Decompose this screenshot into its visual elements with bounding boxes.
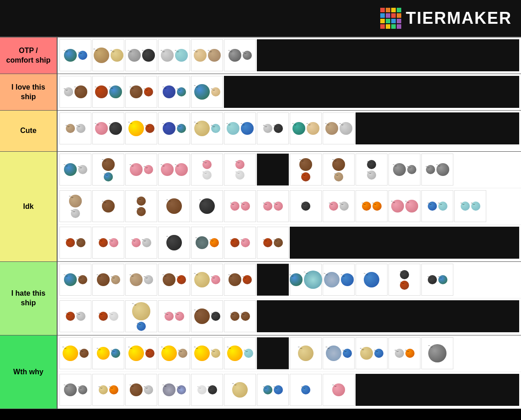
item[interactable] bbox=[59, 190, 91, 222]
item[interactable] bbox=[323, 190, 355, 222]
item[interactable] bbox=[257, 190, 289, 222]
item[interactable] bbox=[191, 374, 223, 406]
item[interactable] bbox=[224, 112, 256, 144]
item[interactable] bbox=[257, 227, 289, 259]
item[interactable] bbox=[224, 264, 256, 296]
item[interactable] bbox=[257, 374, 289, 406]
item[interactable] bbox=[59, 76, 91, 108]
item[interactable] bbox=[92, 300, 124, 332]
item[interactable] bbox=[158, 190, 190, 222]
item[interactable] bbox=[125, 190, 157, 222]
logo-grid bbox=[380, 8, 401, 29]
item[interactable] bbox=[125, 76, 157, 108]
item[interactable] bbox=[191, 39, 223, 71]
item[interactable] bbox=[125, 374, 157, 406]
item[interactable] bbox=[323, 264, 355, 296]
item[interactable] bbox=[59, 112, 91, 144]
logo-color-cell bbox=[397, 19, 401, 23]
tier-sub-row bbox=[58, 298, 521, 335]
item[interactable] bbox=[191, 300, 223, 332]
item[interactable] bbox=[158, 39, 190, 71]
item[interactable] bbox=[323, 112, 355, 144]
item[interactable] bbox=[125, 154, 157, 186]
item[interactable] bbox=[125, 337, 157, 369]
item[interactable] bbox=[92, 112, 124, 144]
item[interactable] bbox=[191, 264, 223, 296]
item[interactable] bbox=[224, 374, 256, 406]
tier-row-love: I love thisship bbox=[0, 74, 521, 111]
item[interactable] bbox=[224, 154, 256, 186]
item[interactable] bbox=[92, 227, 124, 259]
item[interactable] bbox=[92, 154, 124, 186]
item[interactable] bbox=[125, 39, 157, 71]
tier-sub-row bbox=[58, 372, 521, 409]
item[interactable] bbox=[59, 39, 91, 71]
item[interactable] bbox=[158, 112, 190, 144]
logo-color-cell bbox=[380, 8, 385, 12]
item[interactable] bbox=[356, 190, 388, 222]
item[interactable] bbox=[224, 337, 256, 369]
item[interactable] bbox=[59, 374, 91, 406]
item[interactable] bbox=[59, 154, 91, 186]
item[interactable] bbox=[421, 264, 453, 296]
item[interactable] bbox=[191, 337, 223, 369]
item[interactable] bbox=[388, 154, 420, 186]
tier-rows-idk bbox=[58, 152, 521, 261]
item[interactable] bbox=[125, 227, 157, 259]
item[interactable] bbox=[323, 374, 355, 406]
item[interactable] bbox=[290, 190, 322, 222]
item[interactable] bbox=[158, 300, 190, 332]
item[interactable] bbox=[421, 190, 453, 222]
item[interactable] bbox=[92, 337, 124, 369]
item[interactable] bbox=[388, 264, 420, 296]
item[interactable] bbox=[290, 112, 322, 144]
item[interactable] bbox=[224, 300, 256, 332]
item[interactable] bbox=[191, 190, 223, 222]
item[interactable] bbox=[356, 264, 388, 296]
item[interactable] bbox=[92, 190, 124, 222]
item[interactable] bbox=[290, 154, 322, 186]
item[interactable] bbox=[92, 264, 124, 296]
item[interactable] bbox=[59, 227, 91, 259]
item[interactable] bbox=[158, 374, 190, 406]
tier-row-idk: Idk bbox=[0, 152, 521, 262]
tier-sub-row bbox=[58, 262, 521, 298]
item[interactable] bbox=[224, 39, 256, 71]
item[interactable] bbox=[356, 154, 388, 186]
item[interactable] bbox=[158, 154, 190, 186]
item[interactable] bbox=[290, 264, 322, 296]
item[interactable] bbox=[224, 227, 256, 259]
item[interactable] bbox=[92, 374, 124, 406]
tier-rows-wth bbox=[58, 335, 521, 409]
item[interactable] bbox=[290, 337, 322, 369]
item[interactable] bbox=[92, 39, 124, 71]
item[interactable] bbox=[257, 112, 289, 144]
item[interactable] bbox=[158, 337, 190, 369]
item[interactable] bbox=[454, 190, 486, 222]
item[interactable] bbox=[59, 264, 91, 296]
item[interactable] bbox=[92, 76, 124, 108]
item[interactable] bbox=[125, 300, 157, 332]
item[interactable] bbox=[323, 154, 355, 186]
tier-label-otp: OTP /comfort ship bbox=[0, 37, 58, 74]
item[interactable] bbox=[191, 227, 223, 259]
tier-row-wth: Wth why bbox=[0, 335, 521, 409]
item[interactable] bbox=[421, 337, 453, 369]
item[interactable] bbox=[191, 154, 223, 186]
item[interactable] bbox=[290, 374, 322, 406]
item[interactable] bbox=[421, 154, 453, 186]
item[interactable] bbox=[191, 112, 223, 144]
item[interactable] bbox=[125, 264, 157, 296]
item[interactable] bbox=[224, 190, 256, 222]
item[interactable] bbox=[388, 190, 420, 222]
item[interactable] bbox=[59, 300, 91, 332]
item[interactable] bbox=[158, 264, 190, 296]
item[interactable] bbox=[59, 337, 91, 369]
item[interactable] bbox=[191, 76, 223, 108]
item[interactable] bbox=[125, 112, 157, 144]
item[interactable] bbox=[323, 337, 355, 369]
item[interactable] bbox=[158, 76, 190, 108]
item[interactable] bbox=[356, 337, 388, 369]
item[interactable] bbox=[388, 337, 420, 369]
item[interactable] bbox=[158, 227, 190, 259]
